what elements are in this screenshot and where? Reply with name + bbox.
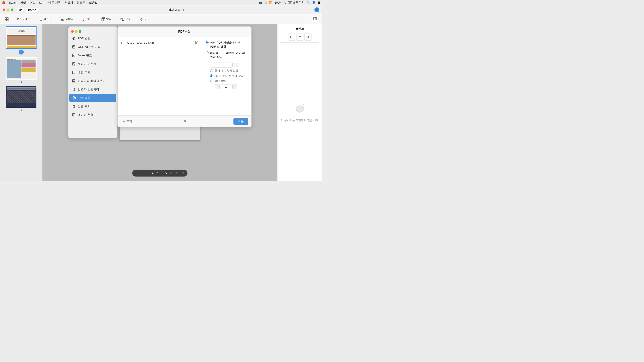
radio-merge-input[interactable] [206,41,209,44]
comment-toolbar [280,33,319,43]
tool-pdf-merge[interactable]: PDF병합 [69,94,116,102]
page-range-browse[interactable]: ··· [234,63,239,67]
tab-title: 집과 영감 [168,8,181,12]
file-icon [195,41,199,45]
tool-batch-remove[interactable]: 일괄 제거 [68,102,117,111]
thumbnail-1[interactable]: COLUMBIACOLLECTIVE [6,26,37,49]
tool-encrypt[interactable]: 암호화 일괄처리 [68,85,117,94]
empty-comments-icon [293,101,306,116]
user-avatar: 👤 [314,7,319,12]
modal-close-btn[interactable] [71,30,74,33]
menu-safari[interactable]: Safari [9,1,16,4]
view-mode-button[interactable]: ⊞▾ [17,7,24,12]
apple-menu[interactable]: 🍎 [2,1,5,4]
modal-max-btn[interactable] [79,30,82,33]
thumbnail-3[interactable] [6,86,37,108]
insert-first-input[interactable] [210,69,213,72]
close-button[interactable] [3,8,5,11]
link-button[interactable]: 링크 [81,16,94,22]
menubar: 🍎 Safari 파일 편집 보기 방문 기록 책갈피 윈도우 도움말 📺 ⬡ … [0,0,322,5]
fit-height-button[interactable] [151,171,154,175]
image-button[interactable]: 이미지 [60,16,75,22]
total-pages-display: 5 [165,171,167,175]
tools-button[interactable]: 도구 [138,16,151,22]
comment-list-button[interactable] [296,33,304,41]
zoom-in-button[interactable]: + [136,171,138,175]
tool-watermark[interactable]: 워터마크 추가 [68,60,117,68]
panel-toggle-button[interactable] [312,16,318,22]
tool-panel: PDF 변환 OCR 텍스트 인식 B Bates 번호 워터마크 추가 [68,26,118,138]
tool-bates[interactable]: B Bates 번호 [68,51,117,60]
comment-bubble-button[interactable] [288,33,296,41]
insert-after-page[interactable]: 뒤에 삽입 [210,79,248,83]
close-nav-button[interactable]: ✕ [181,171,184,175]
maximize-button[interactable] [11,8,14,11]
table-button[interactable]: 양식 [100,16,113,22]
menubar-right: 📺 ⬡ 📶 100% A (금) 오후 2:34 🔍 👤 ☰ [259,1,320,4]
menu-view[interactable]: 보기 [39,1,45,5]
comment-button[interactable]: 코멘트 [16,16,32,22]
tool-ocr[interactable]: OCR 텍스트 인식 [68,43,117,51]
insert-last-input[interactable] [210,74,213,77]
current-page-display: 1 [157,171,159,175]
page-range-input[interactable] [210,62,232,67]
thumbnail-2[interactable]: Table of Contents [6,57,37,79]
battery-indicator: 100% [274,1,282,4]
page-divider: / [162,171,162,175]
svg-rect-28 [72,79,75,82]
layout-button[interactable] [4,16,10,22]
new-tab-button[interactable]: + [182,8,184,12]
page-decrement-button[interactable]: ‹ [215,84,220,89]
zoom-out-button[interactable]: − [141,171,143,175]
radio-merge[interactable]: 여러 PDF 파일을 하나의 PDF 로 결합 [206,41,248,49]
menu-file[interactable]: 파일 [20,1,26,5]
add-file-button[interactable]: ＋ 추가... [121,118,136,124]
tool-pdf-convert[interactable]: PDF 변환 [68,34,117,43]
svg-rect-1 [7,18,8,19]
menu-bookmarks[interactable]: 책갈피 [64,1,73,5]
apply-button[interactable]: 적용 [234,118,248,125]
svg-rect-3 [7,19,8,21]
tool-background[interactable]: 배경 추가 [68,68,117,77]
menu-edit[interactable]: 편집 [30,1,35,5]
file-row-1[interactable]: 1. 도자기 강의 소개.pdf [120,39,200,46]
next-page-button[interactable] [175,171,178,175]
pdf-toolbar: 코멘트 텍스트 이미지 링크 양식 교정 도구 [0,14,322,24]
page-number-2-label: 2 [20,80,22,83]
merge-footer: ＋ 추가... 적용 [118,115,251,127]
page-increment-button[interactable]: › [232,84,237,89]
fit-width-button[interactable] [145,171,148,175]
minimize-button[interactable] [7,8,10,11]
insert-last-page[interactable]: 마지막 페이지 뒤에 삽입 [210,74,248,78]
radio-split-input[interactable] [206,51,209,54]
zoom-level[interactable]: 100%▾ [26,7,38,12]
svg-rect-17 [314,17,317,20]
right-panel: 코멘트 [277,24,322,181]
insert-options: ··· 첫 페이지 앞에 삽입 마지막 페이지 뒤에 삽입 [206,62,248,89]
bottom-nav-bar: + − 1 / 5 ✕ [132,170,188,177]
menu-window[interactable]: 윈도우 [77,1,86,5]
prev-page-button[interactable] [170,171,173,175]
thumbnail-item-3[interactable]: 3 [2,86,40,112]
sidebar-toggle-icon[interactable]: ☰ [318,1,320,4]
insert-after-input[interactable] [210,79,213,82]
search-icon[interactable]: 🔍 [306,1,310,4]
thumbnail-item-2[interactable]: Table of Contents 2 [2,57,40,83]
modal-min-btn[interactable] [75,30,78,33]
edit-button[interactable]: 교정 [119,16,132,22]
page-number-input[interactable] [221,84,231,89]
file-number: 1. [121,41,125,44]
browser-chrome: ⊞▾ 100%▾ 집과 영감 + 👤 [0,5,322,14]
merge-radio-group: 여러 PDF 파일을 하나의 PDF 로 결합 하나의 PDF 파일을 여러 파… [206,41,248,59]
radio-split[interactable]: 하나의 PDF 파일을 여러 파일에 삽입 [206,51,248,59]
menu-history[interactable]: 방문 기록 [48,1,61,5]
comment-search-button[interactable] [304,33,312,41]
menu-help[interactable]: 도움말 [89,1,98,5]
menu-button[interactable] [182,118,188,124]
tool-data-extract[interactable]: 데이터 추출 [68,111,117,119]
insert-first-page[interactable]: 첫 페이지 앞에 삽입 [210,69,248,73]
tool-header-footer[interactable]: 머리글과 바닥글 추가 [68,77,117,85]
thumbnail-item-1[interactable]: COLUMBIACOLLECTIVE 1 [2,26,40,54]
svg-text:B: B [73,54,74,56]
text-button[interactable]: 텍스트 [38,16,53,22]
